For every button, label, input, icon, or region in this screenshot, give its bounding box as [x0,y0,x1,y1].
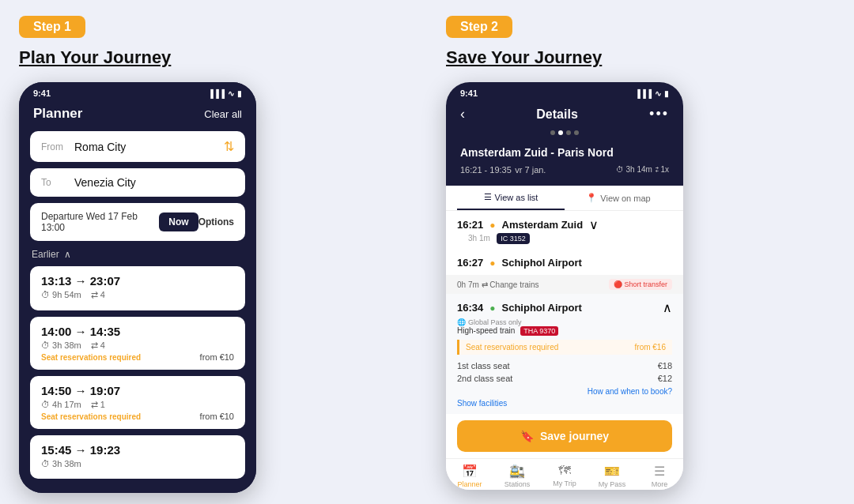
dot-1 [550,130,555,135]
price-row-first: 1st class seat €18 [457,359,672,372]
journey-times-3: 14:50 → 19:07 [41,384,141,397]
step1-title: Plan Your Journey [19,47,171,68]
right-signal-icon: ▐▐▐ [635,89,652,98]
change-trains-label: 0h 7m ⇄ Change trains [457,280,539,289]
stop-time-1: 16:21 [457,219,483,231]
expand-icon-1[interactable]: ∨ [589,217,599,232]
journey-duration-2: ⏱ 3h 38m [41,340,81,351]
show-facilities-link[interactable]: Show facilities [457,399,672,408]
how-to-book-link[interactable]: How and when to book? [457,387,672,396]
nav-my-pass[interactable]: 🎫 My Pass [588,464,636,488]
swap-icon[interactable]: ⇅ [224,139,234,154]
options-button[interactable]: Options [198,216,234,228]
route-date: vr 7 jan. [515,165,546,175]
nav-stations[interactable]: 🚉 Stations [493,464,541,488]
schiphol-expand-section: 16:34 ● Schiphol Airport ∧ 🌐 Global Pass… [446,294,683,414]
journey-changes-2: ⇄ 4 [91,340,105,351]
journey-meta-3: ⏱ 4h 17m ⇄ 1 [41,400,141,410]
save-journey-button[interactable]: 🔖 Save journey [457,420,672,452]
expand-name: Schiphol Airport [502,302,582,314]
journey-item-4[interactable]: 15:45 → 19:23 ⏱ 3h 38m [30,435,245,479]
route-header: Amsterdam Zuid - Paris Nord 16:21 - 19:3… [446,141,683,186]
planner-header: Planner Clear all [19,101,256,131]
journey-warning-2: Seat reservations required [41,353,141,362]
high-speed-label: High-speed train THA 9370 [457,326,672,335]
my-trip-icon: 🗺 [558,464,571,478]
expand-time: 16:34 [457,302,483,314]
wifi-icon: ∿ [228,89,234,98]
journey-meta-2: ⏱ 3h 38m ⇄ 4 [41,340,141,351]
planner-title: Planner [33,106,82,122]
from-value: Roma City [74,141,216,153]
details-nav: ‹ Details ••• [446,101,683,130]
journey-meta-1: ⏱ 9h 54m ⇄ 4 [41,290,234,300]
journey-item-3[interactable]: 14:50 → 19:07 ⏱ 4h 17m ⇄ 1 Seat reservat… [30,376,245,429]
details-body: ☰ View as list 📍 View on map 16:21 ● [446,186,683,490]
dot-3 [566,130,571,135]
right-status-bar: 9:41 ▐▐▐ ∿ ▮ [446,82,683,101]
nav-planner[interactable]: 📅 Planner [446,464,493,488]
route-changes: ⇄ 1x [655,165,669,174]
tab-map[interactable]: 📍 View on map [565,186,672,210]
my-pass-icon: 🎫 [604,464,620,479]
list-icon: ☰ [484,192,492,202]
right-phone: 9:41 ▐▐▐ ∿ ▮ ‹ Details ••• [446,82,683,490]
left-phone: 9:41 ▐▐▐ ∿ ▮ Planner Clear all From Roma… [19,82,256,493]
tha-badge: THA 9370 [520,326,558,336]
signal-icon: ▐▐▐ [208,89,225,98]
battery-icon: ▮ [237,89,242,98]
stop-dot-schiphol: ● [489,258,495,269]
left-section: Step 1 Plan Your Journey 9:41 ▐▐▐ ∿ ▮ Pl… [0,0,427,504]
journey-times-4: 15:45 → 19:23 [41,443,234,457]
journey-duration-1: ⏱ 9h 54m [41,290,81,300]
stop-name-schiphol: Schiphol Airport [502,257,582,269]
journey-times-1: 13:13 → 23:07 [41,274,234,288]
view-tabs: ☰ View as list 📍 View on map [446,186,683,211]
expand-dot: ● [489,303,495,314]
journey-duration-3: ⏱ 4h 17m [41,400,81,410]
seat-required-warning: Seat reservations required from €16 [457,340,672,355]
now-button[interactable]: Now [159,213,198,231]
departure-text: Departure Wed 17 Feb 13:00 [41,211,159,233]
earlier-label: Earlier [32,249,59,260]
journey-item-1[interactable]: 13:13 → 23:07 ⏱ 9h 54m ⇄ 4 [30,266,245,310]
more-icon: ☰ [654,464,665,479]
earlier-chevron: ∧ [64,249,71,260]
back-button[interactable]: ‹ [460,106,465,122]
right-status-icons: ▐▐▐ ∿ ▮ [635,89,669,98]
status-time: 9:41 [33,88,51,98]
stop-dot-1: ● [489,220,495,231]
planner-icon: 📅 [462,464,478,479]
nav-more[interactable]: ☰ More [636,464,683,488]
from-input-row[interactable]: From Roma City ⇅ [30,131,245,162]
journey-times-2: 14:00 → 14:35 [41,325,141,338]
bottom-nav: 📅 Planner 🚉 Stations 🗺 My Trip 🎫 My Pass [446,458,683,490]
journey-price-3: from €10 [200,412,234,421]
journey-changes-3: ⇄ 1 [91,400,105,410]
map-pin-icon: 📍 [586,193,597,203]
to-input-row[interactable]: To Venezia City [30,168,245,197]
more-button[interactable]: ••• [649,106,669,122]
clear-all-button[interactable]: Clear all [204,108,242,120]
stop-time-schiphol: 16:27 [457,257,483,269]
dot-2 [558,130,563,135]
right-section: Step 2 Save Your Journey 9:41 ▐▐▐ ∿ ▮ ‹ … [427,0,854,504]
journey-price-2: from €10 [200,352,234,362]
nav-title: Details [536,107,577,122]
journey-item-2[interactable]: 14:00 → 14:35 ⏱ 3h 38m ⇄ 4 Seat reservat… [30,317,245,370]
short-transfer-badge: 🔴 Short transfer [609,279,672,290]
save-icon: 🔖 [520,430,534,442]
train-badge-1: IC 3152 [497,233,530,244]
route-duration: 3h 14m [626,165,652,174]
planner-body: From Roma City ⇅ To Venezia City Departu… [19,131,256,493]
expand-chevron[interactable]: ∧ [663,300,672,315]
clock-icon: ⏱ [616,165,626,174]
earlier-row: Earlier ∧ [30,249,245,260]
route-times: 16:21 - 19:35 [460,165,512,175]
from-label: From [41,141,66,152]
nav-my-trip[interactable]: 🗺 My Trip [541,464,588,488]
step1-badge: Step 1 [19,16,85,38]
departure-row[interactable]: Departure Wed 17 Feb 13:00 Now Options [30,203,245,241]
tab-list[interactable]: ☰ View as list [457,186,565,210]
right-status-time: 9:41 [460,88,478,98]
